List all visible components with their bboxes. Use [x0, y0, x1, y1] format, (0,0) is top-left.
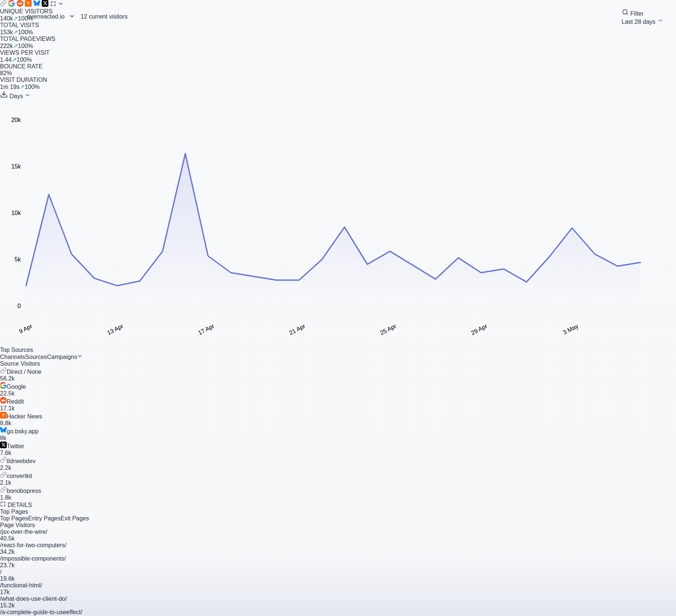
entry-link[interactable]: bonobopress — [7, 488, 41, 494]
entry-link[interactable]: Twitter — [7, 443, 24, 449]
y-axis-tick: 20k — [11, 117, 21, 123]
top-sources-panel: Top Sources ChannelsSourcesCampaigns Sou… — [0, 347, 676, 508]
link-icon — [0, 473, 7, 479]
visitors-chart[interactable]: 05k10k15k20k9 Apr13 Apr17 Apr21 Apr25 Ap… — [0, 100, 651, 345]
chevron-down-icon[interactable] — [77, 353, 83, 359]
source-row: bonobopress1.8k — [0, 486, 676, 501]
stat-value: 82% — [0, 70, 12, 76]
date-range-dropdown[interactable]: Last 28 days — [622, 17, 664, 25]
analytics-card: UNIQUE VISITORS140k↗100%TOTAL VISITS153k… — [0, 8, 676, 347]
x-axis-tick: 3 May — [562, 323, 579, 336]
x-axis-tick: 29 Apr — [470, 323, 489, 336]
entry-link[interactable]: /react-for-two-computers/ — [0, 542, 67, 548]
site-favicon — [12, 12, 22, 22]
link-icon — [0, 369, 7, 375]
stat-label[interactable]: BOUNCE RATE — [0, 63, 42, 70]
entry-link[interactable]: /what-does-use-client-do/ — [0, 596, 67, 602]
details-label: DETAILS — [7, 502, 32, 508]
source-column-header: Source — [0, 360, 19, 367]
stat-change: 100% — [17, 57, 32, 63]
entry-link[interactable]: Hacker News — [7, 413, 42, 420]
interval-dropdown[interactable]: Days — [9, 93, 31, 99]
sources-tab-sources[interactable]: Sources — [25, 354, 47, 360]
stat-label[interactable]: TOTAL PAGEVIEWS — [0, 36, 55, 42]
pages-tab-exit-pages[interactable]: Exit Pages — [61, 515, 89, 522]
top-pages-rows: /jsx-over-the-wire/40.5k/react-for-two-c… — [0, 529, 676, 616]
current-visitors[interactable]: 12 current visitors — [80, 13, 127, 20]
entry-visitors: 23.7k — [0, 562, 15, 568]
reddit-icon — [0, 398, 7, 405]
source-row: Reddit17.1k — [0, 397, 676, 412]
download-icon[interactable] — [0, 93, 9, 99]
sources-details-button[interactable]: DETAILS — [0, 502, 32, 508]
page-column-header: Page — [0, 522, 14, 528]
entry-link[interactable]: /a-complete-guide-to-useeffect/ — [0, 609, 82, 615]
x-axis-tick: 25 Apr — [379, 323, 398, 336]
sources-tab-campaigns[interactable]: Campaigns — [47, 354, 77, 360]
pages-tab-entry-pages[interactable]: Entry Pages — [28, 515, 61, 522]
y-axis-tick: 5k — [15, 256, 21, 263]
entry-link[interactable]: / — [0, 569, 1, 575]
entry-link[interactable]: /functional-html/ — [0, 582, 42, 588]
y-axis-tick: 10k — [11, 210, 21, 216]
sources-tab-channels[interactable]: Channels — [0, 354, 25, 360]
entry-visitors: 2.2k — [0, 465, 11, 471]
page-row: /functional-html/17k — [0, 582, 676, 596]
top-pages-title: Top Pages — [0, 508, 676, 515]
entry-visitors: 56.2k — [0, 375, 15, 382]
page-row: /19.6k — [0, 569, 676, 582]
stat-total-pageviews[interactable]: TOTAL PAGEVIEWS222k↗100% — [0, 36, 81, 49]
x-axis-tick: 13 Apr — [106, 323, 125, 336]
stat-value: 1m 19s — [0, 84, 19, 90]
source-row: go.bsky.app8k — [0, 427, 676, 442]
stat-value: 1.44 — [0, 57, 12, 63]
top-sources-tabs: ChannelsSourcesCampaigns — [0, 353, 676, 360]
top-sources-title: Top Sources — [0, 347, 676, 353]
x-axis-tick: 9 Apr — [18, 323, 34, 334]
stat-value: 140k — [0, 15, 13, 22]
stat-label[interactable]: VISIT DURATION — [0, 77, 47, 83]
top-bar: overreacted.io 12 current visitors Filte… — [12, 0, 664, 33]
link-icon — [0, 458, 7, 464]
page-row: /impossible-components/23.7k — [0, 555, 676, 569]
entry-link[interactable]: Reddit — [7, 398, 24, 405]
expand-icon — [0, 502, 6, 508]
entry-visitors: 15.2k — [0, 602, 15, 609]
stat-visit-duration[interactable]: VISIT DURATION1m 19s↗100% — [0, 77, 676, 90]
stat-bounce-rate[interactable]: BOUNCE RATE82% — [0, 63, 68, 77]
trend-up-arrow-icon: ↗ — [19, 84, 24, 90]
entry-visitors: 22.5k — [0, 390, 15, 397]
source-row: tldrwebdev2.2k — [0, 456, 676, 471]
entry-link[interactable]: tldrwebdev — [7, 458, 35, 464]
stat-label[interactable]: VIEWS PER VISIT — [0, 49, 50, 56]
filter-button[interactable]: Filter — [622, 9, 664, 17]
entry-link[interactable]: Google — [7, 384, 26, 390]
google-icon — [0, 384, 7, 390]
entry-link[interactable]: /impossible-components/ — [0, 555, 66, 562]
stat-change: 100% — [18, 43, 33, 49]
entry-visitors: 17.1k — [0, 405, 15, 411]
stat-views-per-visit[interactable]: VIEWS PER VISIT1.44↗100% — [0, 49, 79, 63]
entry-link[interactable]: Direct / None — [7, 369, 41, 375]
source-row: Google22.5k — [0, 382, 676, 397]
date-range-label: Last 28 days — [622, 19, 656, 25]
entry-visitors: 7.6k — [0, 450, 11, 456]
page-row: /what-does-use-client-do/15.2k — [0, 596, 676, 609]
hackernews-icon: Y — [0, 413, 7, 420]
chevron-down-icon — [657, 17, 664, 24]
entry-link[interactable]: convertkit — [7, 473, 32, 479]
site-switcher[interactable]: overreacted.io — [12, 12, 75, 22]
trend-up-arrow-icon: ↗ — [12, 57, 16, 63]
search-icon — [622, 9, 629, 16]
entry-visitors: 19.6k — [0, 575, 15, 582]
entry-link[interactable]: go.bsky.app — [7, 428, 38, 434]
entry-visitors: 34.2k — [0, 549, 15, 555]
x-axis-tick: 17 Apr — [197, 323, 216, 336]
pages-tab-top-pages[interactable]: Top Pages — [0, 515, 28, 522]
twitter-icon — [0, 443, 7, 449]
source-row: convertkit2.1k — [0, 471, 676, 486]
source-row: YHacker News8.8k — [0, 412, 676, 427]
stat-value: 153k — [0, 29, 13, 35]
filter-label: Filter — [630, 10, 644, 17]
entry-link[interactable]: /jsx-over-the-wire/ — [0, 529, 47, 535]
